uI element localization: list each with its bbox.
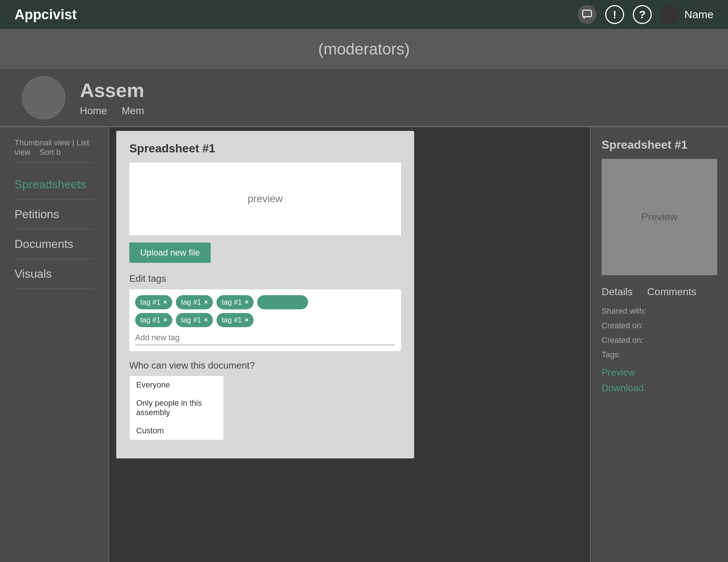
tags-container: tag #1 × tag #1 × tag #1 × (129, 289, 401, 351)
app-logo: Appcivist (15, 7, 77, 23)
profile-nav-home[interactable]: Home (80, 105, 107, 117)
right-panel: Spreadsheet #1 Preview Details Comments … (590, 127, 728, 562)
topnav-right: ! ? Name (578, 5, 713, 24)
main-content: Spreadsheet #1 preview Upload new file E… (109, 127, 590, 562)
right-panel-preview: Preview (602, 159, 717, 275)
avatar (660, 5, 679, 24)
tag-remove-1[interactable]: × (163, 298, 167, 306)
banner-title: (moderators) (318, 40, 410, 58)
right-panel-details: Shared with: Created on: Created on: Tag… (602, 306, 717, 360)
alert-icon[interactable]: ! (605, 5, 624, 24)
sidebar: Thumbnail view | List view Sort b Spread… (0, 127, 109, 562)
detail-shared-with: Shared with: (602, 306, 717, 316)
modal-preview-box: preview (129, 162, 401, 235)
tab-details[interactable]: Details (602, 286, 633, 298)
tag-label-5: tag #1 (140, 316, 161, 324)
topnav: Appcivist ! ? Name (0, 0, 728, 29)
user-name-area: Name (660, 5, 713, 24)
separator: | (72, 138, 77, 147)
chat-icon[interactable] (578, 5, 596, 24)
tag-chip-6[interactable]: tag #1 × (176, 313, 213, 327)
profile-area: Assem Home Mem (0, 69, 728, 127)
modal-dialog: Spreadsheet #1 preview Upload new file E… (116, 131, 414, 458)
tag-chip-7[interactable]: tag #1 × (217, 313, 254, 327)
right-panel-title: Spreadsheet #1 (602, 138, 717, 152)
right-panel-download-link[interactable]: Download (602, 382, 717, 394)
tab-comments[interactable]: Comments (647, 286, 696, 298)
tag-label-6: tag #1 (181, 316, 201, 324)
right-panel-tabs: Details Comments (602, 286, 717, 298)
content-area: Thumbnail view | List view Sort b Spread… (0, 127, 728, 562)
tag-remove-5[interactable]: × (163, 316, 167, 324)
tags-row-1: tag #1 × tag #1 × tag #1 × (135, 295, 395, 309)
right-panel-preview-link[interactable]: Preview (602, 367, 717, 378)
tag-remove-6[interactable]: × (204, 316, 208, 324)
who-view-custom[interactable]: Custom (130, 422, 223, 440)
who-view-dropdown[interactable]: Everyone Only people in this assembly Cu… (129, 376, 224, 440)
tag-chip-4[interactable] (257, 295, 308, 309)
who-view-label: Who can view this document? (129, 360, 401, 371)
svg-rect-0 (583, 10, 591, 17)
modal-title: Spreadsheet #1 (129, 142, 401, 155)
profile-info: Assem Home Mem (80, 79, 144, 117)
upload-new-file-button[interactable]: Upload new file (129, 242, 211, 263)
thumbnail-view-link[interactable]: Thumbnail view (15, 138, 70, 147)
sidebar-item-petitions[interactable]: Petitions (15, 200, 94, 229)
tag-label-3: tag #1 (222, 298, 242, 306)
sidebar-item-spreadsheets[interactable]: Spreadsheets (15, 170, 94, 200)
sort-label: Sort b (39, 148, 61, 157)
tag-remove-7[interactable]: × (245, 316, 249, 324)
sidebar-top-controls: Thumbnail view | List view Sort b (15, 138, 94, 162)
edit-tags-label: Edit tags (129, 273, 401, 284)
tag-chip-3[interactable]: tag #1 × (217, 295, 254, 309)
help-icon[interactable]: ? (633, 5, 652, 24)
sidebar-item-documents[interactable]: Documents (15, 229, 94, 259)
banner: (moderators) (0, 29, 728, 69)
tag-label-2: tag #1 (181, 298, 201, 306)
tag-chip-1[interactable]: tag #1 × (135, 295, 172, 309)
tag-label-7: tag #1 (222, 316, 242, 324)
right-panel-links: Preview Download (602, 367, 717, 394)
profile-avatar (22, 76, 65, 120)
add-tag-input[interactable] (135, 331, 395, 345)
tag-chip-2[interactable]: tag #1 × (176, 295, 213, 309)
detail-tags: Tags: (602, 350, 717, 360)
detail-created-on-1: Created on: (602, 321, 717, 330)
tag-label-1: tag #1 (140, 298, 161, 306)
detail-created-on-2: Created on: (602, 336, 717, 345)
user-name-label: Name (684, 8, 713, 21)
profile-nav: Home Mem (80, 105, 144, 117)
tags-row-2: tag #1 × tag #1 × tag #1 × (135, 313, 395, 327)
who-view-assembly[interactable]: Only people in this assembly (130, 394, 223, 422)
tag-remove-3[interactable]: × (245, 298, 249, 306)
modal-preview-text: preview (248, 193, 283, 205)
right-panel-preview-label: Preview (641, 211, 678, 223)
who-view-everyone[interactable]: Everyone (130, 376, 223, 394)
sidebar-item-visuals[interactable]: Visuals (15, 259, 94, 289)
tag-chip-5[interactable]: tag #1 × (135, 313, 172, 327)
tag-remove-2[interactable]: × (204, 298, 208, 306)
profile-name: Assem (80, 79, 144, 101)
profile-nav-mem[interactable]: Mem (122, 105, 144, 117)
